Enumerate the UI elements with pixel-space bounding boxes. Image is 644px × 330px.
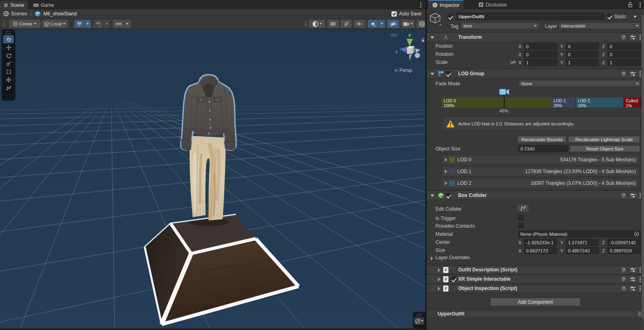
lod-presets-icon[interactable] <box>630 72 636 76</box>
outfit-description-help-icon[interactable]: ? <box>621 267 626 273</box>
camera-view-button[interactable] <box>414 317 424 325</box>
lod-camera-icon[interactable] <box>499 87 511 97</box>
scale-link-icon[interactable] <box>510 59 516 65</box>
transform-presets-icon[interactable] <box>630 35 636 40</box>
toggle-2d-button[interactable]: 2D <box>327 20 339 28</box>
collider-enabled-checkbox[interactable] <box>446 193 451 198</box>
breadcrumb-root[interactable]: Scenes <box>11 11 27 17</box>
gameobject-enabled-checkbox[interactable] <box>448 14 453 20</box>
shading-mode-dropdown[interactable] <box>309 20 325 28</box>
lod0-segment[interactable]: LOD 0100% <box>442 97 551 108</box>
grid-dropdown[interactable] <box>84 20 91 28</box>
custom-tool-button[interactable] <box>3 84 14 92</box>
layer-overrides-fold[interactable] <box>431 256 433 260</box>
transform-help-icon[interactable]: ? <box>621 35 626 40</box>
box-collider-header[interactable]: Box Collider ? <box>427 190 644 200</box>
material-field[interactable]: None (Physic Material) <box>518 231 641 237</box>
object-size-field[interactable]: 0.7343 <box>518 145 568 152</box>
rotation-x-field[interactable]: 0 <box>524 51 557 58</box>
rect-tool-button[interactable] <box>3 68 14 76</box>
edit-collider-button[interactable] <box>517 204 529 212</box>
size-x-field[interactable]: 0.5627173 <box>524 247 557 254</box>
projection-mode-label[interactable]: ≺ Persp <box>394 68 412 73</box>
outfit-description-presets-icon[interactable] <box>630 268 636 272</box>
collider-fold-arrow[interactable] <box>430 195 434 197</box>
tab-game[interactable]: Game <box>29 1 58 9</box>
object-inspection-presets-icon[interactable] <box>630 286 636 291</box>
outfit-description-kebab-icon[interactable] <box>640 267 641 273</box>
static-checkbox[interactable] <box>607 14 612 19</box>
camera-overlay-handle[interactable] <box>416 314 422 316</box>
breadcrumb-current[interactable]: M6_showStand <box>43 11 77 17</box>
lod2-segment[interactable]: LOD 210% <box>576 97 623 108</box>
tools-overlay-handle[interactable] <box>5 32 12 34</box>
xr-interactable-kebab-icon[interactable] <box>640 277 641 282</box>
tag-dropdown[interactable]: item <box>461 22 539 29</box>
lod0-fold-arrow[interactable] <box>445 158 447 162</box>
is-trigger-checkbox[interactable] <box>518 215 524 220</box>
fade-mode-dropdown[interactable]: None <box>518 80 641 87</box>
position-z-field[interactable]: 0 <box>608 43 641 50</box>
toolbar-drag-handle-right[interactable] <box>304 21 307 27</box>
static-dropdown[interactable] <box>633 16 637 18</box>
effects-dropdown[interactable] <box>379 20 385 28</box>
preview-drag-icon[interactable] <box>638 311 642 316</box>
add-component-button[interactable]: Add Component <box>490 298 581 306</box>
lod2-row[interactable]: LOD 2 16397 Triangles (3.07% LOD0) - 4 S… <box>442 178 640 188</box>
outfit-description-fold[interactable] <box>438 268 440 272</box>
tab-occlusion[interactable]: Occlusion <box>474 0 511 9</box>
transform-tool-button[interactable] <box>3 76 14 84</box>
orientation-dropdown[interactable]: Local <box>42 20 68 28</box>
xr-interactable-checkbox[interactable] <box>451 277 456 282</box>
lod1-fold-arrow[interactable] <box>445 169 447 173</box>
xr-interactable-header[interactable]: # XR Simple Interactable ? <box>427 275 644 283</box>
lod0-row[interactable]: LOD 0 534176 Triangles - 5 Sub Mesh(es) <box>442 155 640 165</box>
inspector-lock-icon[interactable] <box>628 2 633 7</box>
provides-contacts-checkbox[interactable] <box>518 223 524 228</box>
transform-fold-arrow[interactable] <box>430 36 434 39</box>
lod-fold-arrow[interactable] <box>430 73 434 75</box>
gameobject-name-field[interactable]: UpperOutfit <box>457 13 604 20</box>
scale-z-field[interactable]: 1 <box>608 59 641 66</box>
snap-dropdown[interactable] <box>103 20 110 28</box>
object-inspection-fold[interactable] <box>438 287 440 291</box>
collider-presets-icon[interactable] <box>630 193 636 198</box>
xr-interactable-help-icon[interactable]: ? <box>621 277 626 282</box>
collider-kebab-icon[interactable] <box>640 193 641 198</box>
center-z-field[interactable]: -0.02597142 <box>608 239 641 246</box>
lighting-toggle-button[interactable] <box>341 20 352 28</box>
layer-dropdown[interactable]: Interactable <box>558 22 641 29</box>
reset-object-size-button[interactable]: Reset Object Size <box>570 145 640 152</box>
pivot-mode-dropdown[interactable]: Center <box>9 20 40 28</box>
lod1-row[interactable]: LOD 1 127839 Triangles (23.93% LOD0) - 4… <box>442 167 640 176</box>
object-inspection-help-icon[interactable]: ? <box>621 286 626 291</box>
size-z-field[interactable]: 0.2897019 <box>608 247 641 254</box>
collider-help-icon[interactable]: ? <box>621 193 626 198</box>
xr-interactable-presets-icon[interactable] <box>630 277 636 281</box>
preview-bar[interactable]: UpperOutfit <box>427 309 644 319</box>
scale-y-field[interactable]: 1 <box>566 59 599 66</box>
xr-interactable-fold[interactable] <box>438 277 440 281</box>
toolbar-drag-handle[interactable] <box>2 21 6 27</box>
move-tool-button[interactable] <box>3 43 14 51</box>
object-inspection-header[interactable]: # Object Inspection (Script) ? <box>427 284 644 293</box>
rotate-tool-button[interactable] <box>3 51 14 59</box>
visibility-toggle-button[interactable] <box>387 20 399 28</box>
increment-snap-button[interactable] <box>113 20 124 28</box>
transform-kebab-icon[interactable] <box>640 35 641 40</box>
scene-viewport[interactable]: y z ≺ Persp <box>0 29 425 328</box>
lod-group-header[interactable]: LOD Group ? <box>427 69 644 78</box>
object-picker-icon[interactable] <box>634 231 639 237</box>
increment-snap-dropdown[interactable] <box>124 20 130 28</box>
lod-kebab-icon[interactable] <box>640 71 641 76</box>
inspector-scrollbar[interactable] <box>642 9 644 330</box>
recalculate-lightmap-button[interactable]: Recalculate Lightmap Scale <box>568 136 640 143</box>
gameobject-cube-icon[interactable] <box>429 13 442 25</box>
scale-tool-button[interactable] <box>3 59 14 68</box>
object-inspection-kebab-icon[interactable] <box>640 286 641 291</box>
auto-save-checkbox[interactable] <box>391 11 397 17</box>
tab-inspector[interactable]: i Inspector <box>428 0 463 9</box>
recalculate-bounds-button[interactable]: Recalculate Bounds <box>518 136 566 143</box>
audio-toggle-button[interactable] <box>354 20 365 28</box>
position-y-field[interactable]: 0 <box>566 43 599 50</box>
